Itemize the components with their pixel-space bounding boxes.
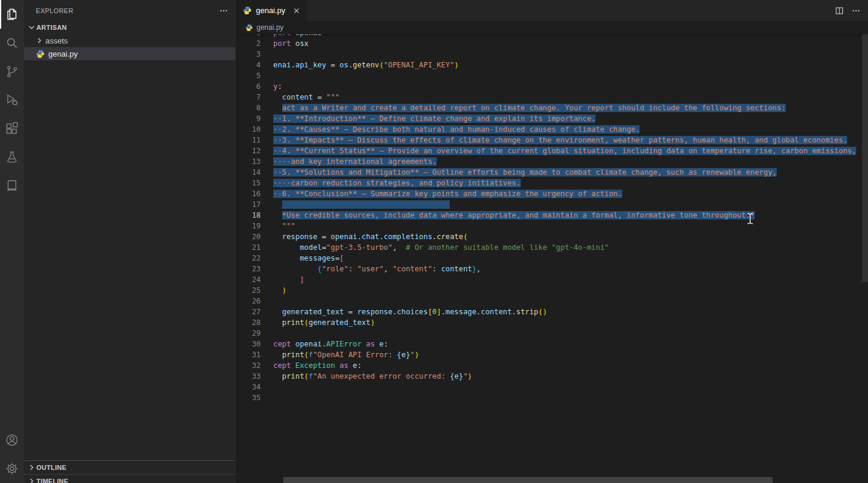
code-lines: port openaiport osxenai.api_key = os.get… (273, 27, 868, 403)
code-line[interactable] (273, 199, 868, 210)
panel-outline[interactable]: OUTLINE (24, 460, 236, 474)
code-line[interactable] (273, 70, 868, 81)
gear-icon (5, 462, 19, 476)
activity-settings[interactable] (0, 454, 24, 483)
sidebar-more-actions[interactable] (219, 6, 228, 16)
more-actions-icon[interactable] (851, 6, 861, 16)
tree-item-assets[interactable]: assets (24, 34, 236, 47)
extensions-icon (5, 122, 19, 136)
code-line[interactable]: model="gpt-3.5-turbo", # Or another suit… (273, 242, 868, 253)
code-line[interactable]: cept openai.APIError as e: (273, 339, 868, 349)
code-line[interactable]: y: (273, 81, 868, 92)
line-number: 23 (236, 264, 261, 274)
code-line[interactable]: cept Exception as e: (273, 360, 868, 371)
activity-testing[interactable] (0, 143, 24, 172)
tree-item-label: assets (45, 36, 68, 45)
line-number: 4 (236, 60, 261, 70)
line-number: 7 (236, 92, 261, 103)
vertical-scrollbar[interactable] (862, 21, 868, 282)
code-line[interactable]: ··5. **Solutions and Mitigation** — Outl… (273, 167, 868, 178)
workspace-root-label: ARTISAN (36, 24, 67, 31)
line-number: 32 (236, 360, 261, 371)
activity-source-control[interactable] (0, 57, 24, 86)
code-line[interactable]: ··4. **Current Status** — Provide an ove… (273, 145, 868, 156)
tree-item-label: genai.py (48, 49, 78, 58)
code-line[interactable]: act as a Writer and create a detailed re… (273, 103, 868, 113)
activity-run-debug[interactable] (0, 86, 24, 114)
horizontal-scrollbar[interactable] (283, 477, 773, 483)
sidebar-bottom-panels: OUTLINE TIMELINE (24, 460, 236, 483)
activity-extensions[interactable] (0, 114, 24, 143)
code-line[interactable] (273, 382, 868, 392)
code-line[interactable]: ····carbon reduction strategies, and pol… (273, 178, 868, 188)
code-line[interactable]: ··2. **Causes** — Describe both natural … (273, 124, 868, 135)
code-line[interactable]: enai.api_key = os.getenv("OPENAI_API_KEY… (273, 60, 868, 70)
line-number: 35 (236, 392, 261, 403)
flask-icon (5, 150, 19, 165)
line-number: 27 (236, 306, 261, 317)
code-line[interactable]: {"role": "user", "content": content}, (273, 264, 868, 274)
code-line[interactable]: ] (273, 274, 868, 285)
source-control-icon (5, 64, 19, 79)
code-line[interactable]: *Use credible sources, include data wher… (273, 210, 868, 221)
line-number: 16 (236, 188, 261, 199)
line-number: 26 (236, 296, 261, 306)
code-line[interactable]: ) (273, 285, 868, 296)
line-number-gutter: 1234567891011121314151617181920212223242… (236, 27, 261, 403)
tab-bar: genai.py (236, 0, 868, 21)
breadcrumb-item[interactable]: genai.py (257, 23, 283, 32)
line-number: 30 (236, 339, 261, 349)
activity-search[interactable] (0, 29, 24, 57)
code-line[interactable]: messages=[ (273, 253, 868, 264)
line-number: 21 (236, 242, 261, 253)
code-line[interactable]: print(generated_text) (273, 317, 868, 328)
code-line[interactable]: response = openai.chat.completions.creat… (273, 231, 868, 242)
code-line[interactable]: port osx (273, 38, 868, 49)
split-editor-icon[interactable] (835, 6, 844, 16)
chevron-right-icon (27, 463, 36, 472)
code-line[interactable] (273, 328, 868, 339)
line-number: 17 (236, 199, 261, 210)
panel-label: TIMELINE (36, 478, 69, 483)
editor-actions (835, 6, 868, 16)
code-line[interactable]: content = """ (273, 92, 868, 103)
code-line[interactable] (273, 296, 868, 306)
code-line[interactable]: ····and key international agreements. (273, 156, 868, 167)
python-icon (36, 49, 45, 58)
python-icon (243, 6, 252, 15)
line-number: 13 (236, 156, 261, 167)
line-number: 14 (236, 167, 261, 178)
activity-account[interactable] (0, 426, 24, 454)
sidebar: EXPLORER ARTISAN assets (24, 0, 236, 483)
line-number: 10 (236, 124, 261, 135)
code-line[interactable]: print(f"OpenAI API Error: {e}") (273, 349, 868, 360)
files-icon (5, 7, 19, 21)
code-line[interactable]: ··6. **Conclusion** — Summarize key poin… (273, 188, 868, 199)
code-line[interactable]: ··1. **Introduction** — Define climate c… (273, 113, 868, 124)
line-number: 11 (236, 135, 261, 145)
line-number: 28 (236, 317, 261, 328)
panel-label: OUTLINE (36, 464, 66, 471)
code-line[interactable] (273, 49, 868, 60)
tree-item-genai-py[interactable]: genai.py (24, 47, 236, 60)
account-icon (5, 433, 19, 447)
code-line[interactable]: generated_text = response.choices[0].mes… (273, 306, 868, 317)
run-debug-icon (5, 93, 19, 107)
sidebar-header: EXPLORER (24, 0, 236, 21)
close-icon[interactable] (292, 6, 301, 16)
editor-group: genai.py genai.py (236, 0, 868, 483)
sidebar-title: EXPLORER (36, 7, 219, 14)
chevron-right-icon (27, 476, 36, 483)
tab-genai-py[interactable]: genai.py (236, 0, 307, 21)
chevron-right-icon (35, 36, 44, 45)
code-line[interactable]: print(f"An unexpected error occurred: {e… (273, 371, 868, 382)
code-editor[interactable]: 1234567891011121314151617181920212223242… (236, 21, 868, 483)
panel-timeline[interactable]: TIMELINE (24, 474, 236, 483)
activity-docs[interactable] (0, 172, 24, 200)
code-line[interactable]: ··3. **Impacts** — Discuss the effects o… (273, 135, 868, 145)
activity-explorer[interactable] (0, 0, 24, 29)
code-line[interactable] (273, 392, 868, 403)
line-number: 18 (236, 210, 261, 221)
code-line[interactable]: """ (273, 221, 868, 231)
workspace-root[interactable]: ARTISAN (24, 21, 236, 34)
